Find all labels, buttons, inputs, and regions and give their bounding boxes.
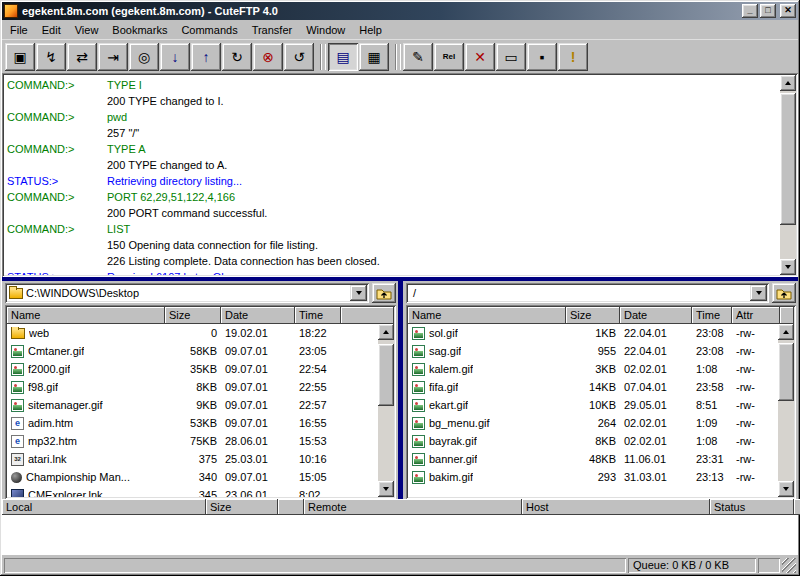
minimize-button[interactable]: _ <box>742 4 758 18</box>
menu-item-commands[interactable]: Commands <box>174 22 244 38</box>
file-row[interactable]: sol.gif1KB22.04.0123:08-rw- <box>408 324 778 342</box>
column-header-date[interactable]: Date <box>221 307 295 324</box>
file-row[interactable]: Cmtaner.gif58KB09.07.0123:05 <box>7 342 378 360</box>
reconnect-button[interactable]: ⇄ <box>67 43 97 71</box>
resume-button[interactable]: ↺ <box>284 43 314 71</box>
file-name-cell: sitemanager.gif <box>7 399 165 412</box>
maximize-button[interactable]: □ <box>760 4 776 18</box>
quick-connect-button[interactable]: ↯ <box>36 43 66 71</box>
file-row[interactable]: 32atari.lnk37525.03.0110:16 <box>7 450 378 468</box>
column-headers: NameSizeDateTimeAttr <box>408 307 794 324</box>
stop-button[interactable]: ⊗ <box>253 43 283 71</box>
menu-item-bookmarks[interactable]: Bookmarks <box>105 22 174 38</box>
remote-path-dropdown-button[interactable] <box>750 285 767 301</box>
options-button[interactable]: ▪ <box>527 43 557 71</box>
download-button[interactable]: ↓ <box>160 43 190 71</box>
file-name: atari.lnk <box>28 453 67 465</box>
menu-item-file[interactable]: File <box>3 22 35 38</box>
scroll-down-icon[interactable] <box>378 481 394 497</box>
queue-column-local[interactable]: Local <box>2 499 206 515</box>
close-button[interactable]: ✕ <box>780 4 796 18</box>
file-date: 02.02.01 <box>620 363 692 375</box>
queue-column-blank[interactable] <box>278 499 304 515</box>
queue-list[interactable] <box>2 515 798 555</box>
scroll-down-icon[interactable] <box>780 259 796 275</box>
column-header-size[interactable]: Size <box>566 307 620 324</box>
menu-item-view[interactable]: View <box>68 22 106 38</box>
file-name-cell: bakim.gif <box>408 471 566 484</box>
refresh-button[interactable]: ↻ <box>222 43 252 71</box>
file-row[interactable]: bg_menu.gif26402.02.011:09-rw- <box>408 414 778 432</box>
local-path-combo[interactable]: C:\WINDOWS\Desktop <box>5 283 369 303</box>
help-button[interactable]: ! <box>558 43 588 71</box>
remote-scroll-track[interactable] <box>778 340 794 481</box>
column-header-attr[interactable]: Attr <box>732 307 780 324</box>
scroll-up-icon[interactable] <box>780 75 796 91</box>
file-row[interactable]: emp32.htm75KB28.06.0115:53 <box>7 432 378 450</box>
file-row[interactable]: CMExplorer.lnk34523.06.018:02 <box>7 486 378 497</box>
local-up-directory-button[interactable] <box>372 283 396 303</box>
queue-window-button[interactable]: ▦ <box>359 43 389 71</box>
scroll-down-icon[interactable] <box>778 481 794 497</box>
column-header-size[interactable]: Size <box>165 307 221 324</box>
remote-path-row: / <box>403 281 798 305</box>
file-time: 23:31 <box>692 453 732 465</box>
print-button[interactable]: ▭ <box>496 43 526 71</box>
file-row[interactable]: Championship Man...34009.07.0115:05 <box>7 468 378 486</box>
resize-grip[interactable] <box>782 558 796 573</box>
menu-item-window[interactable]: Window <box>299 22 352 38</box>
file-list: web019.02.0118:22Cmtaner.gif58KB09.07.01… <box>7 324 378 497</box>
column-header-name[interactable]: Name <box>7 307 165 324</box>
local-path-dropdown-button[interactable] <box>350 285 367 301</box>
file-row[interactable]: sag.gif95522.04.0123:08-rw- <box>408 342 778 360</box>
log-scrollbar[interactable] <box>780 75 796 275</box>
file-row[interactable]: bakim.gif29331.03.0123:13-rw- <box>408 468 778 486</box>
column-header-date[interactable]: Date <box>620 307 692 324</box>
remote-up-directory-button[interactable] <box>772 283 796 303</box>
disconnect-button[interactable]: ⇥ <box>98 43 128 71</box>
remote-scroll-thumb[interactable] <box>778 343 794 401</box>
scroll-up-icon[interactable] <box>778 324 794 340</box>
file-row[interactable]: ekart.gif10KB29.05.018:51-rw- <box>408 396 778 414</box>
file-row[interactable]: fifa.gif14KB07.04.0123:58-rw- <box>408 378 778 396</box>
delete-button[interactable]: ✕ <box>465 43 495 71</box>
column-header-name[interactable]: Name <box>408 307 566 324</box>
file-name-cell: f2000.gif <box>7 363 165 376</box>
menu-item-transfer[interactable]: Transfer <box>245 22 300 38</box>
up-directory-icon <box>776 287 792 300</box>
local-scroll-track[interactable] <box>378 340 394 481</box>
column-header-time[interactable]: Time <box>295 307 341 324</box>
file-row[interactable]: banner.gif48KB11.06.0123:31-rw- <box>408 450 778 468</box>
edit-button[interactable]: ✎ <box>403 43 433 71</box>
file-row[interactable]: bayrak.gif8KB02.02.011:08-rw- <box>408 432 778 450</box>
remote-path-combo[interactable]: / <box>406 283 769 303</box>
file-row[interactable]: eadim.htm53KB09.07.0116:55 <box>7 414 378 432</box>
local-scroll-thumb[interactable] <box>378 344 394 406</box>
log-output[interactable]: COMMAND:>TYPE I200 TYPE changed to I.COM… <box>4 75 780 275</box>
local-scrollbar[interactable] <box>378 324 394 497</box>
file-row[interactable]: kalem.gif3KB02.02.011:08-rw- <box>408 360 778 378</box>
scroll-up-icon[interactable] <box>378 324 394 340</box>
find-button[interactable]: ◎ <box>129 43 159 71</box>
queue-column-host[interactable]: Host <box>522 499 710 515</box>
queue-column-remote[interactable]: Remote <box>304 499 522 515</box>
log-scroll-thumb[interactable] <box>780 93 796 225</box>
queue-column-size[interactable]: Size <box>206 499 278 515</box>
file-row[interactable]: web019.02.0118:22 <box>7 324 378 342</box>
remote-scrollbar[interactable] <box>778 324 794 497</box>
column-header-time[interactable]: Time <box>692 307 732 324</box>
log-scroll-track[interactable] <box>780 91 796 259</box>
custom-commands-button[interactable]: ReI <box>434 43 464 71</box>
file-row[interactable]: f2000.gif35KB09.07.0122:54 <box>7 360 378 378</box>
queue-column-status[interactable]: Status <box>710 499 794 515</box>
file-size: 264 <box>566 417 620 429</box>
file-size: 3KB <box>566 363 620 375</box>
site-manager-button[interactable]: ▣ <box>5 43 35 71</box>
menu-item-help[interactable]: Help <box>352 22 389 38</box>
file-row[interactable]: sitemanager.gif9KB09.07.0122:57 <box>7 396 378 414</box>
upload-button[interactable]: ↑ <box>191 43 221 71</box>
file-row[interactable]: f98.gif8KB09.07.0122:55 <box>7 378 378 396</box>
file-name-cell: ekart.gif <box>408 399 566 412</box>
log-window-button[interactable]: ▤ <box>328 43 358 71</box>
menu-item-edit[interactable]: Edit <box>35 22 68 38</box>
